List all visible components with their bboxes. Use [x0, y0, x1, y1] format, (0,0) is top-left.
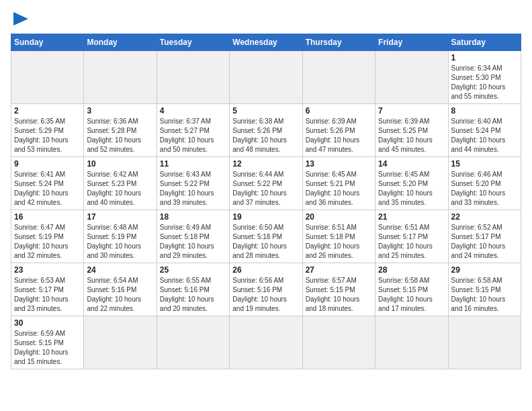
- calendar-dow-saturday: Saturday: [448, 34, 521, 51]
- calendar-dow-tuesday: Tuesday: [157, 34, 229, 51]
- day-info: Sunrise: 6:58 AM Sunset: 5:15 PM Dayligh…: [451, 276, 518, 314]
- day-info: Sunrise: 6:39 AM Sunset: 5:25 PM Dayligh…: [378, 117, 445, 154]
- day-info: Sunrise: 6:57 AM Sunset: 5:15 PM Dayligh…: [306, 276, 372, 314]
- calendar-cell: 8Sunrise: 6:40 AM Sunset: 5:24 PM Daylig…: [448, 104, 521, 157]
- calendar-cell: [230, 316, 302, 369]
- calendar-cell: [157, 316, 229, 369]
- calendar-cell: 15Sunrise: 6:46 AM Sunset: 5:20 PM Dayli…: [448, 157, 521, 210]
- calendar-cell: 26Sunrise: 6:56 AM Sunset: 5:16 PM Dayli…: [230, 263, 302, 316]
- day-info: Sunrise: 6:52 AM Sunset: 5:17 PM Dayligh…: [451, 223, 518, 261]
- day-number: 24: [87, 265, 153, 275]
- day-info: Sunrise: 6:39 AM Sunset: 5:26 PM Dayligh…: [306, 117, 372, 154]
- calendar-cell: 28Sunrise: 6:58 AM Sunset: 5:15 PM Dayli…: [375, 263, 448, 316]
- calendar-table: SundayMondayTuesdayWednesdayThursdayFrid…: [11, 34, 521, 369]
- day-info: Sunrise: 6:59 AM Sunset: 5:15 PM Dayligh…: [14, 329, 81, 367]
- calendar-cell: 23Sunrise: 6:53 AM Sunset: 5:17 PM Dayli…: [11, 263, 84, 316]
- day-number: 1: [451, 53, 518, 62]
- day-number: 18: [160, 212, 226, 222]
- day-number: 10: [87, 159, 153, 169]
- day-number: 29: [451, 265, 518, 275]
- day-info: Sunrise: 6:35 AM Sunset: 5:29 PM Dayligh…: [14, 117, 81, 154]
- svg-marker-0: [13, 12, 28, 26]
- calendar-cell: [375, 51, 448, 104]
- calendar-dow-sunday: Sunday: [11, 34, 84, 51]
- calendar-cell: 3Sunrise: 6:36 AM Sunset: 5:28 PM Daylig…: [84, 104, 157, 157]
- day-info: Sunrise: 6:36 AM Sunset: 5:28 PM Dayligh…: [87, 117, 153, 154]
- calendar-cell: 22Sunrise: 6:52 AM Sunset: 5:17 PM Dayli…: [448, 210, 521, 263]
- calendar-week-row: 30Sunrise: 6:59 AM Sunset: 5:15 PM Dayli…: [11, 316, 521, 369]
- calendar-cell: [157, 51, 229, 104]
- calendar-dow-friday: Friday: [375, 34, 448, 51]
- calendar-cell: [448, 316, 521, 369]
- day-info: Sunrise: 6:55 AM Sunset: 5:16 PM Dayligh…: [160, 276, 226, 314]
- calendar-cell: [84, 51, 157, 104]
- day-info: Sunrise: 6:41 AM Sunset: 5:24 PM Dayligh…: [14, 170, 81, 208]
- calendar-week-row: 16Sunrise: 6:47 AM Sunset: 5:19 PM Dayli…: [11, 210, 521, 263]
- calendar-cell: [302, 316, 375, 369]
- calendar-week-row: 1Sunrise: 6:34 AM Sunset: 5:30 PM Daylig…: [11, 51, 521, 104]
- day-number: 14: [378, 159, 445, 169]
- day-info: Sunrise: 6:49 AM Sunset: 5:18 PM Dayligh…: [160, 223, 226, 261]
- calendar-cell: 24Sunrise: 6:54 AM Sunset: 5:16 PM Dayli…: [84, 263, 157, 316]
- day-info: Sunrise: 6:58 AM Sunset: 5:15 PM Dayligh…: [378, 276, 445, 314]
- calendar-cell: 13Sunrise: 6:45 AM Sunset: 5:21 PM Dayli…: [302, 157, 375, 210]
- day-info: Sunrise: 6:54 AM Sunset: 5:16 PM Dayligh…: [87, 276, 153, 314]
- day-info: Sunrise: 6:53 AM Sunset: 5:17 PM Dayligh…: [14, 276, 81, 314]
- day-number: 28: [378, 265, 445, 275]
- calendar-cell: 12Sunrise: 6:44 AM Sunset: 5:22 PM Dayli…: [230, 157, 302, 210]
- day-number: 26: [232, 265, 299, 275]
- calendar-cell: [84, 316, 157, 369]
- calendar-cell: 4Sunrise: 6:37 AM Sunset: 5:27 PM Daylig…: [157, 104, 229, 157]
- day-number: 2: [14, 106, 81, 116]
- day-info: Sunrise: 6:40 AM Sunset: 5:24 PM Dayligh…: [451, 117, 518, 154]
- day-number: 16: [14, 212, 81, 222]
- day-number: 21: [378, 212, 445, 222]
- day-info: Sunrise: 6:38 AM Sunset: 5:26 PM Dayligh…: [232, 117, 299, 154]
- day-number: 5: [232, 106, 299, 116]
- calendar-week-row: 23Sunrise: 6:53 AM Sunset: 5:17 PM Dayli…: [11, 263, 521, 316]
- calendar-cell: 21Sunrise: 6:51 AM Sunset: 5:17 PM Dayli…: [375, 210, 448, 263]
- calendar-cell: 10Sunrise: 6:42 AM Sunset: 5:23 PM Dayli…: [84, 157, 157, 210]
- day-info: Sunrise: 6:47 AM Sunset: 5:19 PM Dayligh…: [14, 223, 81, 261]
- calendar-cell: 1Sunrise: 6:34 AM Sunset: 5:30 PM Daylig…: [448, 51, 521, 104]
- calendar-cell: [375, 316, 448, 369]
- day-info: Sunrise: 6:48 AM Sunset: 5:19 PM Dayligh…: [87, 223, 153, 261]
- day-info: Sunrise: 6:45 AM Sunset: 5:20 PM Dayligh…: [378, 170, 445, 208]
- calendar-cell: 16Sunrise: 6:47 AM Sunset: 5:19 PM Dayli…: [11, 210, 84, 263]
- day-info: Sunrise: 6:56 AM Sunset: 5:16 PM Dayligh…: [232, 276, 299, 314]
- calendar-cell: 25Sunrise: 6:55 AM Sunset: 5:16 PM Dayli…: [157, 263, 229, 316]
- day-number: 19: [232, 212, 299, 222]
- day-number: 9: [14, 159, 81, 169]
- calendar-cell: 27Sunrise: 6:57 AM Sunset: 5:15 PM Dayli…: [302, 263, 375, 316]
- calendar-cell: [11, 51, 84, 104]
- day-number: 25: [160, 265, 226, 275]
- calendar-cell: 6Sunrise: 6:39 AM Sunset: 5:26 PM Daylig…: [302, 104, 375, 157]
- calendar-week-row: 9Sunrise: 6:41 AM Sunset: 5:24 PM Daylig…: [11, 157, 521, 210]
- calendar-dow-monday: Monday: [84, 34, 157, 51]
- calendar-cell: 9Sunrise: 6:41 AM Sunset: 5:24 PM Daylig…: [11, 157, 84, 210]
- logo: [11, 11, 28, 26]
- day-number: 17: [87, 212, 153, 222]
- day-number: 20: [306, 212, 372, 222]
- day-info: Sunrise: 6:51 AM Sunset: 5:18 PM Dayligh…: [306, 223, 372, 261]
- calendar-dow-wednesday: Wednesday: [230, 34, 302, 51]
- day-number: 22: [451, 212, 518, 222]
- calendar-dow-thursday: Thursday: [302, 34, 375, 51]
- day-number: 7: [378, 106, 445, 116]
- day-number: 13: [306, 159, 372, 169]
- calendar-cell: 18Sunrise: 6:49 AM Sunset: 5:18 PM Dayli…: [157, 210, 229, 263]
- day-info: Sunrise: 6:46 AM Sunset: 5:20 PM Dayligh…: [451, 170, 518, 208]
- calendar-cell: 7Sunrise: 6:39 AM Sunset: 5:25 PM Daylig…: [375, 104, 448, 157]
- day-number: 8: [451, 106, 518, 116]
- calendar-cell: 11Sunrise: 6:43 AM Sunset: 5:22 PM Dayli…: [157, 157, 229, 210]
- logo-arrow-icon: [13, 12, 28, 26]
- calendar-cell: 29Sunrise: 6:58 AM Sunset: 5:15 PM Dayli…: [448, 263, 521, 316]
- day-info: Sunrise: 6:50 AM Sunset: 5:18 PM Dayligh…: [232, 223, 299, 261]
- calendar-cell: 2Sunrise: 6:35 AM Sunset: 5:29 PM Daylig…: [11, 104, 84, 157]
- calendar-cell: [302, 51, 375, 104]
- calendar-cell: 17Sunrise: 6:48 AM Sunset: 5:19 PM Dayli…: [84, 210, 157, 263]
- calendar-week-row: 2Sunrise: 6:35 AM Sunset: 5:29 PM Daylig…: [11, 104, 521, 157]
- day-info: Sunrise: 6:44 AM Sunset: 5:22 PM Dayligh…: [232, 170, 299, 208]
- day-info: Sunrise: 6:43 AM Sunset: 5:22 PM Dayligh…: [160, 170, 226, 208]
- calendar-cell: [230, 51, 302, 104]
